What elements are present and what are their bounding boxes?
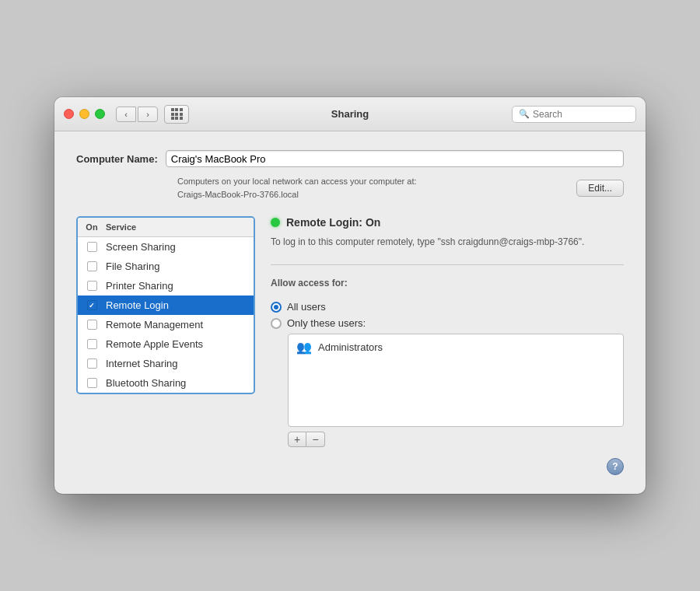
checkbox-file-sharing[interactable] (87, 261, 97, 271)
divider (271, 264, 624, 265)
nav-buttons: ‹ › (116, 107, 158, 122)
help-button[interactable]: ? (607, 458, 624, 475)
service-checkbox-printer-sharing[interactable] (78, 281, 106, 291)
all-users-radio-row[interactable]: All users (271, 301, 624, 313)
status-dot (271, 218, 280, 227)
checkbox-remote-login[interactable] (87, 300, 97, 310)
all-users-label: All users (287, 301, 326, 313)
checkbox-printer-sharing[interactable] (87, 281, 97, 291)
only-these-radio-row[interactable]: Only these users: (271, 317, 624, 329)
service-name-remote-management: Remote Management (106, 319, 254, 330)
service-row-remote-apple-events[interactable]: Remote Apple Events (78, 334, 254, 354)
service-row-remote-login[interactable]: Remote Login (78, 296, 254, 315)
service-checkbox-remote-apple-events[interactable] (78, 339, 106, 349)
service-checkbox-remote-login[interactable] (78, 300, 106, 310)
status-description: To log in to this computer remotely, typ… (271, 235, 624, 249)
status-row: Remote Login: On (271, 216, 624, 229)
service-checkbox-screen-sharing[interactable] (78, 242, 106, 252)
service-name-file-sharing: File Sharing (106, 261, 254, 272)
computer-name-input[interactable] (166, 150, 624, 167)
help-row: ? (76, 447, 624, 478)
main-area: On Service Screen Sharing File Sharing P… (76, 216, 624, 447)
search-box[interactable]: 🔍 (512, 106, 636, 123)
user-name: Administrators (318, 341, 383, 353)
grid-icon (171, 108, 183, 120)
service-checkbox-internet-sharing[interactable] (78, 358, 106, 369)
checkbox-remote-apple-events[interactable] (87, 339, 97, 349)
service-name-printer-sharing: Printer Sharing (106, 280, 254, 292)
computer-name-label: Computer Name: (76, 153, 158, 165)
window-title: Sharing (331, 108, 369, 120)
network-info-text: Computers on your local network can acce… (177, 175, 417, 201)
fullscreen-button[interactable] (95, 109, 105, 119)
services-header-on: On (78, 221, 106, 233)
right-panel: Remote Login: On To log in to this compu… (271, 216, 624, 447)
main-window: ‹ › Sharing 🔍 Computer Name: Computers o… (54, 97, 646, 494)
service-name-remote-login: Remote Login (106, 299, 254, 311)
titlebar: ‹ › Sharing 🔍 (54, 97, 646, 131)
service-row-file-sharing[interactable]: File Sharing (78, 257, 254, 276)
status-title: Remote Login: On (286, 216, 380, 229)
search-input[interactable] (533, 109, 629, 120)
traffic-lights (64, 109, 105, 119)
close-button[interactable] (64, 109, 74, 119)
access-for-row: Allow access for: (271, 278, 624, 296)
service-row-remote-management[interactable]: Remote Management (78, 315, 254, 334)
service-name-bluetooth-sharing: Bluetooth Sharing (106, 377, 254, 389)
forward-button[interactable]: › (138, 107, 158, 122)
remove-user-button[interactable]: − (306, 432, 325, 447)
checkbox-internet-sharing[interactable] (87, 358, 97, 369)
service-row-printer-sharing[interactable]: Printer Sharing (78, 276, 254, 296)
only-these-radio[interactable] (271, 318, 282, 329)
content-area: Computer Name: Computers on your local n… (54, 131, 646, 494)
service-name-remote-apple-events: Remote Apple Events (106, 338, 254, 350)
computer-name-row: Computer Name: (76, 150, 624, 167)
service-name-screen-sharing: Screen Sharing (106, 241, 254, 253)
services-header-service: Service (106, 221, 254, 233)
service-checkbox-file-sharing[interactable] (78, 261, 106, 271)
all-users-radio[interactable] (271, 302, 282, 313)
search-icon: 🔍 (519, 109, 530, 119)
service-checkbox-bluetooth-sharing[interactable] (78, 378, 106, 388)
network-info-row: Computers on your local network can acce… (76, 175, 624, 201)
list-controls: + − (288, 432, 624, 447)
grid-view-button[interactable] (164, 105, 189, 124)
checkbox-screen-sharing[interactable] (87, 242, 97, 252)
back-button[interactable]: ‹ (116, 107, 136, 122)
access-label: Allow access for: (271, 278, 348, 289)
only-these-label: Only these users: (287, 317, 366, 329)
user-group-icon: 👥 (296, 340, 312, 355)
minimize-button[interactable] (79, 109, 89, 119)
service-row-screen-sharing[interactable]: Screen Sharing (78, 237, 254, 257)
checkbox-remote-management[interactable] (87, 320, 97, 330)
checkbox-bluetooth-sharing[interactable] (87, 378, 97, 388)
service-checkbox-remote-management[interactable] (78, 320, 106, 330)
services-panel: On Service Screen Sharing File Sharing P… (76, 216, 255, 394)
user-item: 👥 Administrators (289, 334, 623, 360)
service-row-bluetooth-sharing[interactable]: Bluetooth Sharing (78, 373, 254, 393)
edit-button[interactable]: Edit... (576, 180, 624, 197)
users-list-box[interactable]: 👥 Administrators (288, 334, 624, 427)
service-row-internet-sharing[interactable]: Internet Sharing (78, 354, 254, 373)
service-name-internet-sharing: Internet Sharing (106, 358, 254, 369)
add-user-button[interactable]: + (288, 432, 306, 447)
services-header: On Service (78, 218, 254, 237)
services-list: Screen Sharing File Sharing Printer Shar… (78, 237, 254, 393)
